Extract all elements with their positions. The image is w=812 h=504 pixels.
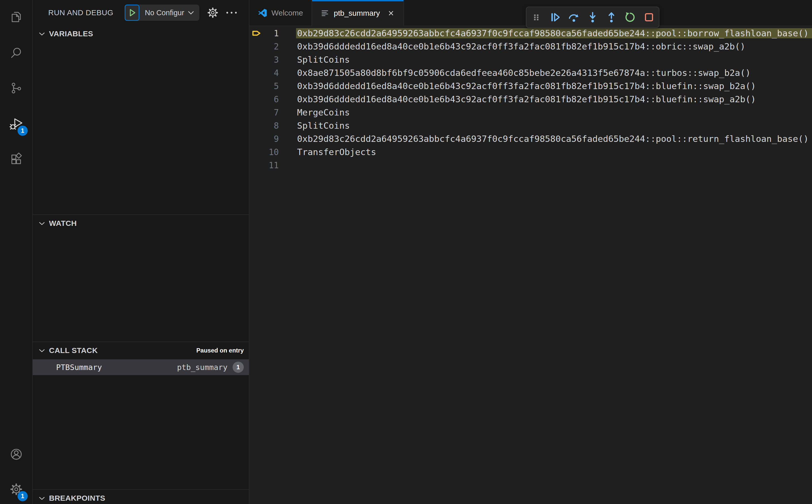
chevron-down-icon [39, 496, 45, 500]
line-number: 1 [264, 28, 279, 38]
ellipsis-icon [225, 10, 238, 15]
frame-source: ptb_summary [177, 363, 227, 372]
code-line-10[interactable]: 10TransferObjects [249, 145, 812, 159]
variables-section-label: VARIABLES [49, 29, 93, 38]
debug-badge: 1 [18, 126, 28, 136]
line-text: SplitCoins [296, 55, 812, 65]
code-line-4[interactable]: 40x8ae871505a80d8bf6bf9c05906cda6edfeea4… [249, 66, 812, 79]
frame-name: PTBSummary [56, 363, 102, 372]
debug-toolbar [526, 7, 659, 28]
more-actions-button[interactable] [225, 10, 238, 15]
activity-item-source-control[interactable] [0, 74, 32, 102]
debug-config-label: No Configur [145, 9, 184, 17]
step-out-button[interactable] [606, 11, 617, 23]
debug-settings-gear-button[interactable] [207, 7, 219, 19]
gutter-line-1[interactable] [249, 28, 264, 38]
start-debugging-button[interactable] [125, 5, 139, 21]
step-out-icon [606, 11, 617, 23]
source-control-icon [10, 81, 23, 95]
variables-section: VARIABLES [33, 25, 249, 214]
line-text: 0xb39d6dddedd16ed8a40ce0b1e6b43c92acf0ff… [296, 41, 812, 52]
code-line-2[interactable]: 20xb39d6dddedd16ed8a40ce0b1e6b43c92acf0f… [249, 40, 812, 53]
activity-item-search[interactable] [0, 39, 32, 67]
step-over-icon [568, 11, 580, 23]
activity-item-manage[interactable]: 1 [0, 475, 32, 503]
tab-ptb-summary[interactable]: ptb_summary [312, 0, 404, 26]
line-text: 0xb29d83c26cdd2a64959263abbcfc4a6937f0c9… [296, 134, 812, 144]
continue-button[interactable] [549, 11, 561, 23]
toolbar-drag-handle[interactable] [531, 11, 542, 23]
continue-icon [549, 11, 561, 23]
watch-section-label: WATCH [49, 219, 77, 228]
extensions-icon [10, 152, 23, 165]
explorer-icon [10, 10, 23, 24]
breakpoints-section-header[interactable]: BREAKPOINTS [33, 490, 249, 504]
call-stack-status: Paused on entry [196, 347, 244, 354]
chevron-down-icon [39, 221, 45, 226]
breakpoints-section-label: BREAKPOINTS [49, 494, 105, 502]
restart-button[interactable] [624, 11, 636, 23]
gripper-icon [531, 12, 541, 23]
debug-stackframe-icon [252, 28, 261, 38]
sidebar-header: RUN AND DEBUG No Configur [33, 0, 249, 25]
vscode-logo-icon [258, 8, 267, 18]
line-number: 10 [264, 147, 279, 157]
line-text: 0xb39d6dddedd16ed8a40ce0b1e6b43c92acf0ff… [296, 94, 812, 104]
tab-welcome-label: Welcome [271, 9, 303, 17]
tab-ptb-summary-label: ptb_summary [333, 9, 380, 18]
line-text: 0x8ae871505a80d8bf6bf9c05906cda6edfeea46… [296, 68, 812, 78]
play-icon [126, 7, 138, 19]
settings-badge: 1 [18, 491, 28, 501]
chevron-down-icon [39, 348, 45, 353]
step-over-button[interactable] [568, 11, 580, 23]
code-line-3[interactable]: 3SplitCoins [249, 53, 812, 66]
debug-config-dropdown[interactable]: No Configur [125, 5, 199, 21]
stop-icon [643, 11, 655, 23]
activity-item-extensions[interactable] [0, 145, 32, 173]
code-line-9[interactable]: 90xb29d83c26cdd2a64959263abbcfc4a6937f0c… [249, 132, 812, 145]
line-text: MergeCoins [296, 107, 812, 117]
gear-icon [207, 7, 219, 19]
activity-item-run-and-debug[interactable]: 1 [0, 110, 32, 138]
sidebar-title: RUN AND DEBUG [48, 8, 113, 17]
watch-section-header[interactable]: WATCH [33, 215, 249, 232]
call-stack-frames: PTBSummaryptb_summary1 [33, 359, 249, 375]
chevron-down-icon [188, 10, 194, 15]
frame-badge: 1 [232, 362, 244, 373]
breakpoints-section: BREAKPOINTS [33, 489, 249, 504]
activity-item-explorer[interactable] [0, 3, 32, 31]
restart-icon [624, 11, 636, 23]
account-icon [9, 447, 23, 461]
activity-bar: 1 [0, 0, 33, 504]
chevron-down-icon [39, 32, 45, 36]
code-line-5[interactable]: 50xb39d6dddedd16ed8a40ce0b1e6b43c92acf0f… [249, 79, 812, 93]
step-into-icon [587, 11, 599, 23]
code-line-1[interactable]: 10xb29d83c26cdd2a64959263abbcfc4a6937f0c… [249, 27, 812, 40]
line-number: 11 [264, 160, 279, 170]
line-number: 7 [264, 108, 279, 117]
watch-section: WATCH [33, 214, 249, 342]
step-into-button[interactable] [587, 11, 599, 23]
line-number: 6 [264, 94, 279, 104]
call-stack-section-header[interactable]: CALL STACK Paused on entry [33, 342, 249, 359]
list-file-icon [321, 9, 329, 18]
line-text: 0xb29d83c26cdd2a64959263abbcfc4a6937f0c9… [296, 28, 812, 38]
call-stack-frame[interactable]: PTBSummaryptb_summary1 [33, 359, 249, 375]
editor-group: Welcome ptb_summary [249, 0, 812, 504]
call-stack-section-label: CALL STACK [49, 346, 98, 355]
code-line-11[interactable]: 11 [249, 159, 812, 172]
variables-section-header[interactable]: VARIABLES [33, 25, 249, 42]
line-text: 0xb39d6dddedd16ed8a40ce0b1e6b43c92acf0ff… [296, 81, 812, 91]
code-line-7[interactable]: 7MergeCoins [249, 106, 812, 119]
code-editor[interactable]: 10xb29d83c26cdd2a64959263abbcfc4a6937f0c… [249, 26, 812, 504]
stop-button[interactable] [643, 11, 655, 23]
line-text: SplitCoins [296, 121, 812, 131]
editor-lines: 10xb29d83c26cdd2a64959263abbcfc4a6937f0c… [249, 27, 812, 172]
code-line-6[interactable]: 60xb39d6dddedd16ed8a40ce0b1e6b43c92acf0f… [249, 93, 812, 106]
code-line-8[interactable]: 8SplitCoins [249, 119, 812, 132]
tab-welcome[interactable]: Welcome [249, 0, 312, 26]
activity-item-accounts[interactable] [0, 440, 32, 468]
tab-close-button[interactable] [387, 9, 395, 17]
line-number: 8 [264, 121, 279, 131]
line-number: 3 [264, 55, 279, 65]
